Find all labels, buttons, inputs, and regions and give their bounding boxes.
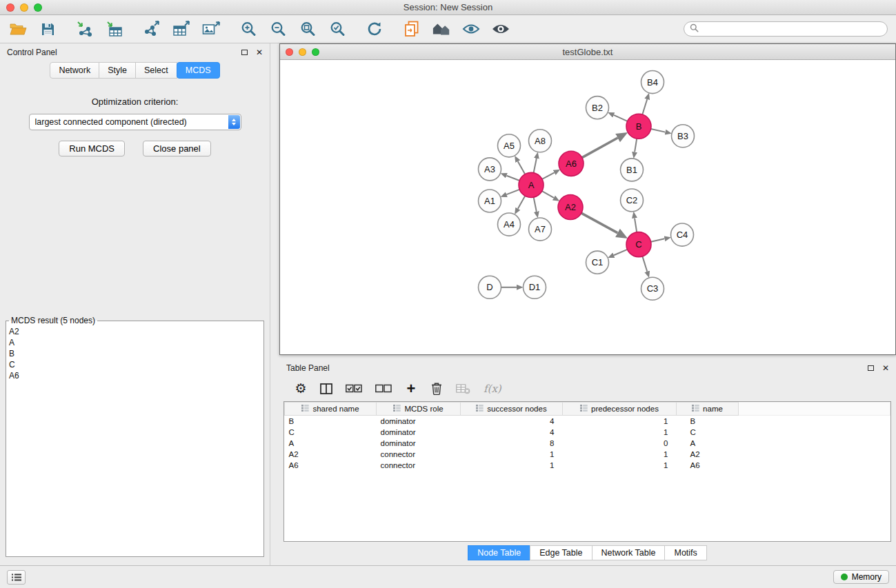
network-edge-B-B1[interactable] <box>635 139 637 152</box>
network-minimize-button[interactable] <box>299 48 306 56</box>
export-network-icon[interactable] <box>142 19 161 39</box>
cell-mcds-role[interactable]: dominator <box>377 427 461 438</box>
network-edge-C-C2[interactable] <box>635 218 637 232</box>
zoom-selected-icon[interactable] <box>328 19 347 39</box>
zoom-in-icon[interactable] <box>239 19 258 39</box>
network-zoom-button[interactable] <box>312 48 319 56</box>
network-canvas[interactable]: B4B2BB3A8A5A6A3B1AC2A1A2A4A7C4CC1DD1C3 <box>280 60 895 354</box>
cell-shared-name[interactable]: A <box>285 438 377 449</box>
cell-name[interactable]: A6 <box>677 460 739 471</box>
zoom-window-button[interactable] <box>34 3 42 12</box>
cell-successor-nodes[interactable]: 4 <box>461 427 563 438</box>
network-edge-A-A7[interactable] <box>534 197 537 212</box>
minimize-window-button[interactable] <box>20 3 28 12</box>
cell-shared-name[interactable]: A2 <box>285 449 377 460</box>
cell-shared-name[interactable]: C <box>285 427 377 438</box>
zoom-out-icon[interactable] <box>268 19 288 39</box>
mcds-result-item-b[interactable]: B <box>9 348 261 359</box>
table-close-panel-icon[interactable]: ✕ <box>882 364 889 372</box>
save-session-icon[interactable] <box>38 19 57 39</box>
mcds-result-item-a6[interactable]: A6 <box>9 370 261 381</box>
cell-mcds-role[interactable]: connector <box>377 460 461 471</box>
mcds-result-list[interactable]: A2ABCA6 <box>6 325 263 382</box>
cell-predecessor-nodes[interactable]: 1 <box>563 427 677 438</box>
search-input[interactable] <box>702 24 882 34</box>
cell-shared-name[interactable]: B <box>285 416 377 427</box>
export-image-icon[interactable] <box>201 19 221 39</box>
add-row-icon[interactable]: + <box>405 381 417 396</box>
mcds-result-item-a[interactable]: A <box>9 337 261 348</box>
table-row-a2[interactable]: A2connector11A2 <box>285 449 890 460</box>
cell-successor-nodes[interactable]: 1 <box>461 460 563 471</box>
open-session-icon[interactable] <box>8 19 28 39</box>
cell-name[interactable]: A2 <box>677 449 739 460</box>
function-builder-icon[interactable]: f(x) <box>484 383 501 395</box>
optimization-criterion-dropdown[interactable]: largest connected component (directed) <box>29 114 241 130</box>
network-edge-B-B3[interactable] <box>651 129 666 132</box>
cell-name[interactable]: A <box>677 438 739 449</box>
show-columns-icon[interactable] <box>320 383 332 394</box>
mcds-result-item-c[interactable]: C <box>9 359 261 370</box>
float-panel-icon[interactable] <box>241 50 248 55</box>
close-window-button[interactable] <box>6 3 14 12</box>
deselect-all-rows-icon[interactable] <box>375 384 392 393</box>
table-float-panel-icon[interactable] <box>868 365 874 371</box>
table-tab-node-table[interactable]: Node Table <box>468 545 530 560</box>
network-edge-C-C3[interactable] <box>642 256 647 272</box>
network-edge-B-B2[interactable] <box>614 115 628 121</box>
table-row-b[interactable]: Bdominator41B <box>285 416 890 427</box>
network-graph[interactable]: B4B2BB3A8A5A6A3B1AC2A1A2A4A7C4CC1DD1C3 <box>280 60 895 354</box>
close-panel-icon[interactable]: ✕ <box>256 48 263 57</box>
tab-mcds[interactable]: MCDS <box>177 62 220 79</box>
tab-select[interactable]: Select <box>135 62 177 79</box>
cell-successor-nodes[interactable]: 1 <box>461 449 563 460</box>
cell-predecessor-nodes[interactable]: 1 <box>563 460 677 471</box>
network-edge-C-C1[interactable] <box>614 250 628 255</box>
table-tab-network-table[interactable]: Network Table <box>592 545 666 560</box>
table-row-a[interactable]: Adominator80A <box>285 438 890 449</box>
network-edge-A-A2[interactable] <box>542 191 554 198</box>
cell-predecessor-nodes[interactable]: 1 <box>563 416 677 427</box>
network-close-button[interactable] <box>286 48 293 56</box>
network-edge-A2-C[interactable] <box>581 213 618 233</box>
cell-mcds-role[interactable]: dominator <box>377 416 461 427</box>
column-header-shared-name[interactable]: shared name <box>285 403 377 416</box>
close-panel-button[interactable]: Close panel <box>143 141 211 156</box>
mcds-result-item-a2[interactable]: A2 <box>9 326 261 337</box>
cell-name[interactable]: B <box>677 416 739 427</box>
cell-shared-name[interactable]: A6 <box>285 460 377 471</box>
network-edge-A-A8[interactable] <box>534 159 537 173</box>
network-edge-C-C4[interactable] <box>651 239 665 241</box>
dropdown-stepper-icon[interactable] <box>228 115 240 129</box>
network-edge-A6-B[interactable] <box>582 138 618 158</box>
zoom-fit-icon[interactable] <box>298 19 317 39</box>
cell-successor-nodes[interactable]: 4 <box>461 416 563 427</box>
table-tab-edge-table[interactable]: Edge Table <box>530 545 592 560</box>
network-edge-A-A3[interactable] <box>506 176 519 181</box>
cell-predecessor-nodes[interactable]: 1 <box>563 449 677 460</box>
column-header-predecessor-nodes[interactable]: predecessor nodes <box>563 403 677 416</box>
column-header-name[interactable]: name <box>677 403 739 416</box>
run-mcds-button[interactable]: Run MCDS <box>59 141 125 156</box>
table-tab-motifs[interactable]: Motifs <box>664 545 706 560</box>
show-graphics-details-icon[interactable] <box>491 19 510 39</box>
cell-name[interactable]: C <box>677 427 739 438</box>
delete-rows-icon[interactable] <box>430 382 443 395</box>
tab-style[interactable]: Style <box>99 62 136 79</box>
table-row-c[interactable]: Cdominator41C <box>285 427 890 438</box>
import-table-icon[interactable] <box>105 19 124 39</box>
network-edge-A-A4[interactable] <box>518 196 525 209</box>
delete-table-icon[interactable] <box>456 383 470 394</box>
style-preview-icon[interactable] <box>461 19 481 39</box>
network-window-titlebar[interactable]: testGlobe.txt <box>280 44 895 60</box>
node-table-container[interactable]: shared nameMCDS rolesuccessor nodesprede… <box>283 401 891 542</box>
network-edge-B-B4[interactable] <box>642 99 647 114</box>
tab-network[interactable]: Network <box>50 62 99 79</box>
column-header-successor-nodes[interactable]: successor nodes <box>461 403 563 416</box>
cell-successor-nodes[interactable]: 8 <box>461 438 563 449</box>
select-all-rows-icon[interactable] <box>346 384 362 393</box>
refresh-icon[interactable] <box>365 19 384 39</box>
network-file-icon[interactable] <box>402 19 421 39</box>
export-table-icon[interactable] <box>172 19 191 39</box>
network-edge-A-A1[interactable] <box>506 190 519 194</box>
